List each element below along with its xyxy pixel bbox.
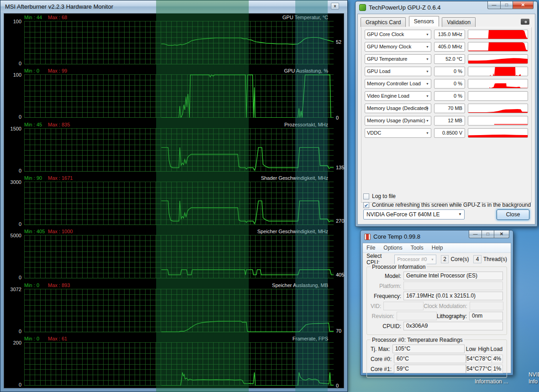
shader-clock-graph-section: Min : 90Max : 1671Shader Geschwindigkeit… — [4, 175, 344, 229]
menu-options[interactable]: Options — [383, 245, 402, 251]
coretemp-app-icon — [364, 234, 371, 240]
shader-clock-grid — [24, 182, 334, 225]
gpuz-app-icon — [359, 4, 366, 11]
gpuz-caption-buttons: — □ ✕ — [487, 1, 534, 9]
desktop-icon-label[interactable]: NVID — [529, 371, 539, 378]
log-to-file-checkbox[interactable] — [363, 193, 369, 199]
close-icon[interactable]: ✕ — [494, 230, 509, 238]
coretemp-client: File Options Tools Help Select CPU: Proc… — [362, 243, 511, 373]
memory-usage-dynamic-select[interactable]: Memory Usage (Dynamic)▼ — [365, 116, 431, 125]
platform-value — [403, 282, 503, 290]
processor-clock-current-value: 135 — [336, 165, 351, 170]
framerate-max-label: Max : 61 — [48, 336, 67, 341]
memory-clock-title: Speicher Geschwindigkeit, MHz — [257, 229, 328, 234]
gpu-temperature-value: 52.0 °C — [434, 54, 465, 64]
maximize-icon[interactable]: □ — [482, 230, 494, 238]
vddc-row: VDDC▼0.8500 V — [365, 128, 528, 138]
continue-refresh-row: ✔ Continue refreshing this screen while … — [363, 202, 531, 208]
core0-low: 54°C — [466, 355, 479, 363]
revision-value — [397, 312, 437, 320]
memory-usage-max-label: Max : 893 — [48, 282, 70, 288]
core1-low: 54°C — [466, 365, 479, 373]
temperature-readings-title: Processor #0: Temperature Readings — [371, 337, 464, 343]
memory-controller-load-select[interactable]: Memory Controller Load▼ — [365, 79, 431, 89]
tab-sensors[interactable]: Sensors — [409, 16, 439, 26]
desktop-icon-label[interactable]: Info — [529, 378, 538, 385]
gpuz-window: TechPowerUp GPU-Z 0.6.4 — □ ✕ Graphics C… — [355, 1, 538, 227]
cpu-dropdown-value: Processor #0 — [397, 256, 427, 262]
chevron-down-icon: ▼ — [426, 104, 429, 113]
gpu-temperature-curve — [24, 21, 334, 64]
menu-file[interactable]: File — [366, 245, 375, 251]
col-low: Low — [465, 346, 477, 352]
col-high: High — [477, 346, 490, 352]
tab-graphics-card[interactable]: Graphics Card — [361, 17, 406, 27]
cpu-dropdown[interactable]: Processor #0 ▼ — [394, 255, 436, 264]
gpu-core-clock-select[interactable]: GPU Core Clock▼ — [365, 30, 431, 39]
gpu-memory-clock-select[interactable]: GPU Memory Clock▼ — [365, 42, 431, 52]
coretemp-window: Core Temp 0.99.8 — □ ✕ File Options Tool… — [360, 230, 513, 376]
maximize-icon[interactable]: □ — [501, 1, 513, 9]
continue-refresh-checkbox[interactable]: ✔ — [363, 202, 369, 208]
clock-modulation-value — [470, 302, 503, 310]
gpuz-client: Graphics Card Sensors Validation GPU Cor… — [357, 14, 535, 225]
core0-temp: 60°C — [394, 355, 466, 363]
gpu-temperature-current-value: 52 — [336, 39, 351, 45]
gpu-temperature-select[interactable]: GPU Temperature▼ — [365, 54, 431, 64]
continue-refresh-label: Continue refreshing this screen while GP… — [372, 202, 531, 208]
gpu-load-select[interactable]: GPU Load▼ — [365, 67, 431, 76]
temperature-readings-group: Processor #0: Temperature Readings Tj. M… — [366, 340, 507, 378]
frequency-label: Frequency: — [371, 293, 403, 299]
gpu-load-grid — [24, 74, 334, 118]
minimize-icon[interactable]: — — [487, 1, 501, 9]
close-icon[interactable]: x — [331, 3, 339, 10]
tab-validation[interactable]: Validation — [442, 17, 476, 27]
memory-usage-dedicated-select[interactable]: Memory Usage (Dedicated)▼ — [365, 104, 431, 113]
menu-tools[interactable]: Tools — [411, 245, 424, 251]
close-button[interactable]: Close — [497, 209, 529, 220]
threads-count: 4 — [473, 255, 481, 263]
gpu-temperature-min-label: Min : 44 — [24, 15, 42, 20]
gpuz-tab-row: Graphics Card Sensors Validation — [361, 17, 532, 27]
frequency-value: 167.19MHz (0.01 x 32151.0) — [403, 292, 503, 300]
lithography-label: Lithography: — [437, 313, 469, 319]
memory-controller-load-graph — [468, 79, 528, 89]
coretemp-window-title: Core Temp 0.99.8 — [373, 233, 420, 240]
gpu-load-scale-max: 100 — [4, 72, 21, 78]
processor-clock-max-label: Max : 835 — [48, 122, 70, 127]
vddc-select[interactable]: VDDC▼ — [365, 128, 431, 138]
close-icon[interactable]: ✕ — [513, 1, 534, 9]
video-engine-load-value: 0 % — [434, 91, 465, 101]
chevron-down-icon: ▼ — [426, 79, 429, 88]
gpu-load-min-label: Min : 0 — [24, 68, 39, 73]
gpu-temperature-title: GPU Temperatur, °C — [283, 15, 328, 20]
framerate-graph-section: Min : 0Max : 61Framerate, FPS20000 — [4, 336, 344, 389]
gpu-temperature-grid — [24, 21, 334, 64]
gpu-load-value: 0 % — [434, 67, 465, 76]
minimize-icon[interactable]: — — [469, 230, 482, 238]
menu-help[interactable]: Help — [432, 245, 443, 251]
gpu-core-clock-value: 135.0 MHz — [434, 30, 465, 39]
video-engine-load-row: Video Engine Load▼0 % — [365, 91, 528, 101]
framerate-scale-max: 200 — [4, 340, 21, 345]
processor-clock-scale-max: 1500 — [4, 126, 21, 131]
gpu-memory-clock-value: 405.0 MHz — [434, 42, 465, 52]
memory-clock-graph-section: Min : 405Max : 1000Speicher Geschwindigk… — [4, 229, 344, 282]
processor-clock-scale-min: 0 — [4, 168, 21, 173]
memory-usage-dynamic-graph — [468, 116, 528, 125]
lithography-value: 0nm — [469, 312, 503, 320]
model-label: Model: — [371, 273, 403, 279]
framerate-current-value: 0 — [336, 383, 351, 388]
msi-titlebar[interactable]: MSI Afterburner v2.2.3 Hardware Monitor … — [0, 0, 347, 12]
gpu-load-current-value: 0 — [336, 115, 351, 120]
device-select[interactable]: NVIDIA GeForce GT 640M LE ▼ — [363, 209, 465, 220]
msi-window-title: MSI Afterburner v2.2.3 Hardware Monitor — [5, 3, 113, 10]
camera-icon[interactable] — [521, 19, 529, 25]
memory-usage-grid — [24, 289, 334, 332]
framerate-min-label: Min : 0 — [24, 336, 39, 341]
desktop-icon-label[interactable]: Information ... — [475, 378, 508, 385]
memory-usage-current-value: 70 — [336, 328, 351, 334]
device-select-value: NVIDIA GeForce GT 640M LE — [366, 211, 440, 218]
video-engine-load-select[interactable]: Video Engine Load▼ — [365, 91, 431, 101]
gpu-core-clock-row: GPU Core Clock▼135.0 MHz — [365, 30, 528, 39]
